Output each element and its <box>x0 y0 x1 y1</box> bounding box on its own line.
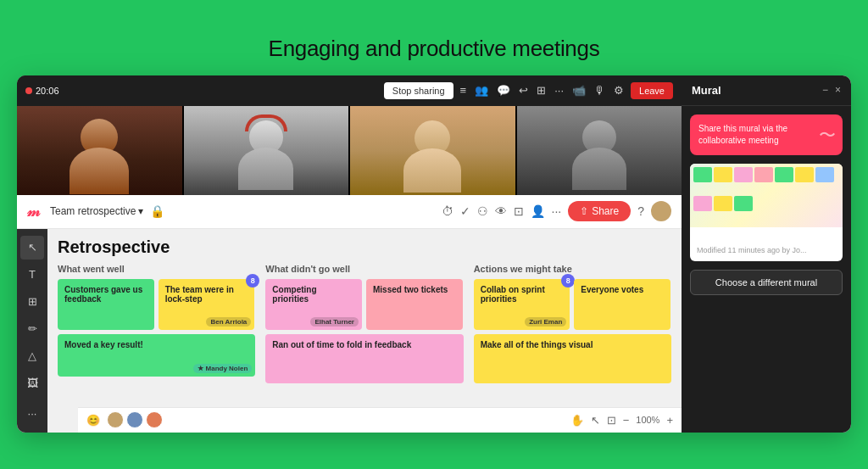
user-tag: Zuri Eman <box>525 317 566 327</box>
mini-sticky-7 <box>815 167 834 182</box>
minimize-panel-icon[interactable]: − <box>822 84 828 96</box>
bottom-toolbar: 😊 ✋ ↖ ⊡ − 100% + <box>78 407 682 433</box>
cursor-tool[interactable]: ↖ <box>20 236 44 260</box>
promo-banner: Share this mural via the collaborative m… <box>690 114 843 155</box>
columns-container: What went well Customers gave us feedbac… <box>58 264 671 383</box>
cursor-mode-icon[interactable]: ↖ <box>591 414 600 427</box>
user-tag: Ben Arriola <box>206 317 251 327</box>
share-screen-icon[interactable]: ↩ <box>519 84 528 97</box>
share-icon: ⇧ <box>580 205 588 217</box>
top-bar-icons: ≡ 👥 💬 ↩ ⊞ ··· 📹 🎙 ⚙ <box>460 84 624 97</box>
column-actions: Actions we might take 8 Collab on sprint… <box>474 264 671 383</box>
camera-icon[interactable]: 📹 <box>572 84 586 97</box>
page-title: Engaging and productive meetings <box>269 36 600 62</box>
timer-icon[interactable]: ⏱ <box>442 204 453 218</box>
column-header-2: What didn't go well <box>265 264 463 274</box>
checklist-icon[interactable]: ✓ <box>460 204 470 218</box>
image-tool[interactable]: 🖼 <box>20 371 44 395</box>
video-tile-1 <box>17 106 182 195</box>
top-bar: 20:06 Stop sharing ≡ 👥 💬 ↩ ⊞ ··· 📹 🎙 ⚙ L… <box>17 75 682 106</box>
sticky-tool[interactable]: ⊞ <box>20 290 44 314</box>
chat-icon[interactable]: 💬 <box>497 84 510 97</box>
sticky-missed-tickets[interactable]: Missed two tickets <box>366 279 463 330</box>
sticky-team-lockstep[interactable]: 8 The team were in lock-step Ben Arriola <box>159 279 255 330</box>
tool-sidebar: ↖ T ⊞ ✏ △ 🖼 ··· <box>17 229 47 433</box>
user-tag: Elhat Turner <box>310 317 359 327</box>
emoji-icon[interactable]: 😊 <box>86 414 100 427</box>
stickies-went-well: Customers gave us feedback 8 The team we… <box>58 279 255 377</box>
more-tools[interactable]: ··· <box>20 402 44 426</box>
sticky-badge: 8 <box>246 274 259 288</box>
sticky-competing-priorities[interactable]: Competing priorities Elhat Turner <box>265 279 362 330</box>
video-tile-4 <box>517 106 682 195</box>
settings-icon[interactable]: ⚙ <box>614 84 624 97</box>
more-icon[interactable]: ··· <box>552 204 562 218</box>
hide-icon[interactable]: 👁 <box>495 204 507 218</box>
share-button[interactable]: ⇧ Share <box>568 201 631 221</box>
people-icon[interactable]: 👥 <box>475 84 488 97</box>
avatar-3 <box>146 411 163 428</box>
text-tool[interactable]: T <box>20 263 44 287</box>
promo-decoration: 〜 <box>819 123 836 147</box>
mini-sticky-8 <box>693 196 712 211</box>
close-panel-icon[interactable]: × <box>835 84 841 96</box>
more-options-icon[interactable]: ··· <box>554 84 564 97</box>
mini-sticky-4 <box>754 167 773 182</box>
sticky-key-result[interactable]: Moved a key result! ★ Mandy Nolen <box>58 334 255 377</box>
avatar-1 <box>107 411 124 428</box>
mini-sticky-1 <box>693 167 712 182</box>
help-icon[interactable]: ? <box>637 204 644 218</box>
stickies-didnt-go-well: Competing priorities Elhat Turner Missed… <box>265 279 463 383</box>
hand-tool-icon[interactable]: ✋ <box>570 414 584 427</box>
workspace-name[interactable]: Team retrospective ▾ <box>50 205 143 217</box>
participant-2-video <box>184 106 349 195</box>
sticky-text: The team were in lock-step <box>165 285 234 304</box>
mural-meta: Modified 11 minutes ago by Jo... <box>697 246 836 254</box>
zoom-out-icon[interactable]: − <box>623 414 630 427</box>
sticky-text: Customers gave us feedback <box>64 285 142 304</box>
zoom-in-icon[interactable]: + <box>666 414 673 427</box>
group-icon[interactable]: ⚇ <box>477 204 488 218</box>
avatar-group <box>107 411 163 428</box>
sticky-text: Everyone votes <box>581 285 643 294</box>
stop-sharing-button[interactable]: Stop sharing <box>384 82 453 99</box>
stickies-actions: 8 Collab on sprint priorities Zuri Eman … <box>474 279 671 383</box>
sticky-text: Competing priorities <box>272 285 316 304</box>
mural-name: Brainstorm <box>697 234 836 244</box>
mural-content: 𝓂 Team retrospective ▾ 🔒 ⏱ ✓ ⚇ 👁 ⊡ 👤 ··· <box>17 195 682 433</box>
fit-icon[interactable]: ⊡ <box>607 414 616 427</box>
timer-display: 20:06 <box>36 86 59 96</box>
mini-sticky-5 <box>775 167 793 182</box>
sticky-customers-feedback[interactable]: Customers gave us feedback <box>58 279 154 330</box>
mini-sticky-2 <box>714 167 732 182</box>
menu-icon[interactable]: ≡ <box>460 84 467 97</box>
preview-image <box>690 164 843 227</box>
column-didnt-go-well: What didn't go well Competing priorities… <box>265 264 463 383</box>
promo-text: Share this mural via the collaborative m… <box>698 124 787 145</box>
shape-tool[interactable]: △ <box>20 344 44 368</box>
mini-stickies <box>690 164 843 227</box>
leave-button[interactable]: Leave <box>631 82 673 99</box>
canvas-main: Retrospective What went well Customers g… <box>47 229 682 433</box>
frame-icon[interactable]: ⊡ <box>514 204 524 218</box>
avatar-2 <box>126 411 143 428</box>
person-icon[interactable]: 👤 <box>531 204 545 218</box>
sticky-collab-sprint[interactable]: 8 Collab on sprint priorities Zuri Eman <box>474 279 570 330</box>
recording-dot <box>25 87 32 94</box>
mini-sticky-10 <box>734 196 753 211</box>
main-area: 20:06 Stop sharing ≡ 👥 💬 ↩ ⊞ ··· 📹 🎙 ⚙ L… <box>17 75 682 433</box>
user-avatar <box>651 201 671 221</box>
sticky-text: Collab on sprint priorities <box>481 285 545 304</box>
apps-icon[interactable]: ⊞ <box>537 84 546 97</box>
sticky-everyone-votes[interactable]: Everyone votes <box>574 279 670 330</box>
sticky-ran-out-time[interactable]: Ran out of time to fold in feedback <box>265 334 463 383</box>
video-tile-3 <box>350 106 515 195</box>
mic-icon[interactable]: 🎙 <box>594 84 605 97</box>
panel-title: Mural <box>692 84 822 97</box>
choose-different-mural-button[interactable]: Choose a different mural <box>690 270 843 295</box>
pen-tool[interactable]: ✏ <box>20 317 44 341</box>
mural-toolbar: 𝓂 Team retrospective ▾ 🔒 ⏱ ✓ ⚇ 👁 ⊡ 👤 ··· <box>17 195 682 229</box>
canvas-area: ↖ T ⊞ ✏ △ 🖼 ··· Retrospective What wen <box>17 229 682 433</box>
sticky-make-visual[interactable]: Make all of the things visual <box>474 334 671 383</box>
lock-icon[interactable]: 🔒 <box>150 204 164 218</box>
